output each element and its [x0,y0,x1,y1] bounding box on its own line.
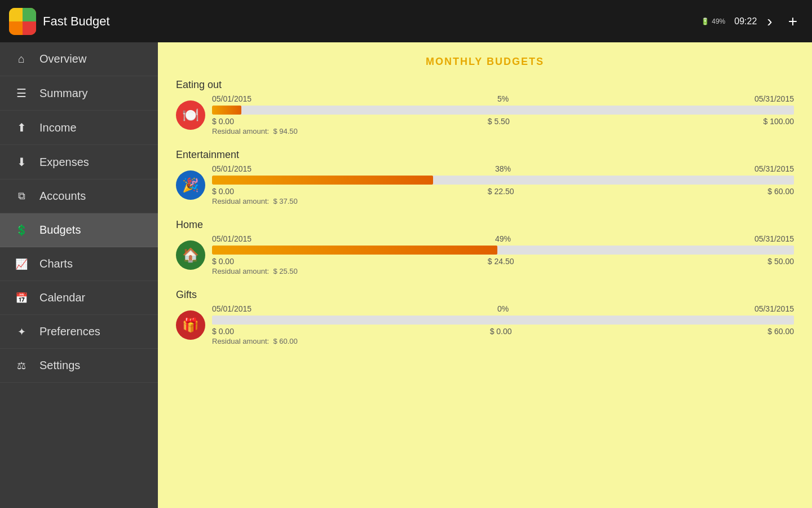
time-display: 09:22 [734,16,757,27]
sidebar-item-budgets[interactable]: 💲 Budgets [0,213,158,247]
budget-amounts: $ 0.00 $ 22.50 $ 60.00 [212,187,794,196]
settings-icon: ⚖ [14,360,29,372]
budget-meta: 05/01/2015 49% 05/31/2015 [212,234,794,243]
summary-icon: ☰ [14,86,29,100]
sidebar-label-expenses: Expenses [39,156,89,169]
budget-end-date: 05/31/2015 [754,94,794,103]
budget-bar [212,176,433,185]
accounts-icon: ⧉ [14,190,29,202]
budget-end-date: 05/31/2015 [754,164,794,173]
battery-percent: 49% [712,17,725,25]
sidebar-item-preferences[interactable]: ✦ Preferences [0,315,158,349]
page-title: MONTHLY BUDGETS [176,56,794,68]
budget-details: 05/01/2015 38% 05/31/2015 $ 0.00 $ 22.50… [212,164,794,205]
budgets-list: Eating out 🍽️ 05/01/2015 5% 05/31/2015 $… [176,79,794,345]
budget-start-date: 05/01/2015 [212,304,251,313]
income-icon: ⬆ [14,121,29,134]
budget-bar-container [212,246,794,255]
budget-meta: 05/01/2015 0% 05/31/2015 [212,304,794,313]
budget-item-gifts[interactable]: Gifts 🎁 05/01/2015 0% 05/31/2015 $ 0.00 … [176,289,794,345]
budget-amounts: $ 0.00 $ 5.50 $ 100.00 [212,117,794,126]
budget-icon: 🏠 [176,240,205,270]
app-title: Fast Budget [43,14,110,29]
home-icon [14,52,29,65]
budget-item-eating-out[interactable]: Eating out 🍽️ 05/01/2015 5% 05/31/2015 $… [176,79,794,135]
budget-bar [212,246,497,255]
budget-spent: $ 0.00 [212,327,234,336]
budget-residual: Residual amount: $ 37.50 [212,197,794,205]
sidebar-item-accounts[interactable]: ⧉ Accounts [0,179,158,213]
budget-bar-container [212,176,794,185]
budget-percent: 38% [495,164,511,173]
charts-icon: 📈 [14,258,29,270]
budget-end-date: 05/31/2015 [754,304,794,313]
sidebar-label-income: Income [39,121,77,134]
budget-percent: 0% [497,304,509,313]
budget-percent: 49% [495,234,511,243]
battery-icon: 🔋 [701,17,709,25]
sidebar-label-accounts: Accounts [39,190,86,203]
calendar-icon: 📅 [14,292,29,304]
sidebar-label-charts: Charts [39,257,73,270]
sidebar-item-expenses[interactable]: ⬇ Expenses [0,145,158,179]
budget-meta: 05/01/2015 5% 05/31/2015 [212,94,794,103]
budget-residual: Residual amount: $ 60.00 [212,337,794,345]
budget-icon: 🍽️ [176,100,205,130]
budget-meta: 05/01/2015 38% 05/31/2015 [212,164,794,173]
budget-item-entertainment[interactable]: Entertainment 🎉 05/01/2015 38% 05/31/201… [176,149,794,205]
budget-row: 🎉 05/01/2015 38% 05/31/2015 $ 0.00 $ 22.… [176,164,794,205]
sidebar-label-overview: Overview [39,52,86,65]
budget-details: 05/01/2015 49% 05/31/2015 $ 0.00 $ 24.50… [212,234,794,275]
budget-middle-amount: $ 24.50 [488,257,514,266]
prefs-icon: ✦ [14,326,29,338]
budget-start-date: 05/01/2015 [212,234,251,243]
budget-spent: $ 0.00 [212,257,234,266]
budget-row: 🏠 05/01/2015 49% 05/31/2015 $ 0.00 $ 24.… [176,234,794,275]
main-layout: Overview ☰ Summary ⬆ Income ⬇ Expenses ⧉… [0,42,812,508]
sidebar-label-preferences: Preferences [39,325,100,338]
sidebar-label-summary: Summary [39,87,88,100]
sidebar-item-summary[interactable]: ☰ Summary [0,76,158,111]
budget-middle-amount: $ 22.50 [488,187,514,196]
expenses-icon: ⬇ [14,155,29,169]
budget-end-date: 05/31/2015 [754,234,794,243]
sidebar-item-income[interactable]: ⬆ Income [0,111,158,145]
budget-spent: $ 0.00 [212,117,234,126]
budget-middle-amount: $ 0.00 [490,327,512,336]
content-area: MONTHLY BUDGETS Eating out 🍽️ 05/01/2015… [158,42,812,508]
topbar-right: 🔋 49% 09:22 › + [701,11,803,32]
budget-name: Entertainment [176,149,794,161]
budget-row: 🍽️ 05/01/2015 5% 05/31/2015 $ 0.00 $ 5.5… [176,94,794,135]
sidebar-item-calendar[interactable]: 📅 Calendar [0,281,158,315]
status-bar: 🔋 49% [701,17,725,25]
budget-bar-container [212,316,794,325]
budget-percent: 5% [497,94,509,103]
add-button[interactable]: + [783,11,803,32]
sidebar-item-settings[interactable]: ⚖ Settings [0,349,158,383]
topbar-left: Fast Budget [9,8,701,35]
sidebar-item-overview[interactable]: Overview [0,42,158,76]
budget-details: 05/01/2015 5% 05/31/2015 $ 0.00 $ 5.50 $… [212,94,794,135]
budget-item-home[interactable]: Home 🏠 05/01/2015 49% 05/31/2015 $ 0.00 … [176,219,794,275]
next-button[interactable]: › [761,11,778,32]
budget-name: Home [176,219,794,231]
budget-start-date: 05/01/2015 [212,94,251,103]
budget-total: $ 50.00 [767,257,794,266]
sidebar-item-charts[interactable]: 📈 Charts [0,247,158,281]
sidebar: Overview ☰ Summary ⬆ Income ⬇ Expenses ⧉… [0,42,158,508]
budget-residual: Residual amount: $ 94.50 [212,127,794,135]
budget-name: Eating out [176,79,794,91]
budget-icon: 🎁 [176,310,205,340]
topbar: Fast Budget 🔋 49% 09:22 › + [0,0,812,42]
budget-bar [212,106,241,115]
budget-start-date: 05/01/2015 [212,164,251,173]
budget-spent: $ 0.00 [212,187,234,196]
sidebar-label-settings: Settings [39,359,80,372]
sidebar-label-calendar: Calendar [39,291,85,304]
budget-residual: Residual amount: $ 25.50 [212,267,794,275]
budget-amounts: $ 0.00 $ 0.00 $ 60.00 [212,327,794,336]
sidebar-label-budgets: Budgets [39,224,81,237]
budgets-icon: 💲 [14,224,29,237]
budget-total: $ 100.00 [764,117,795,126]
budget-name: Gifts [176,289,794,301]
